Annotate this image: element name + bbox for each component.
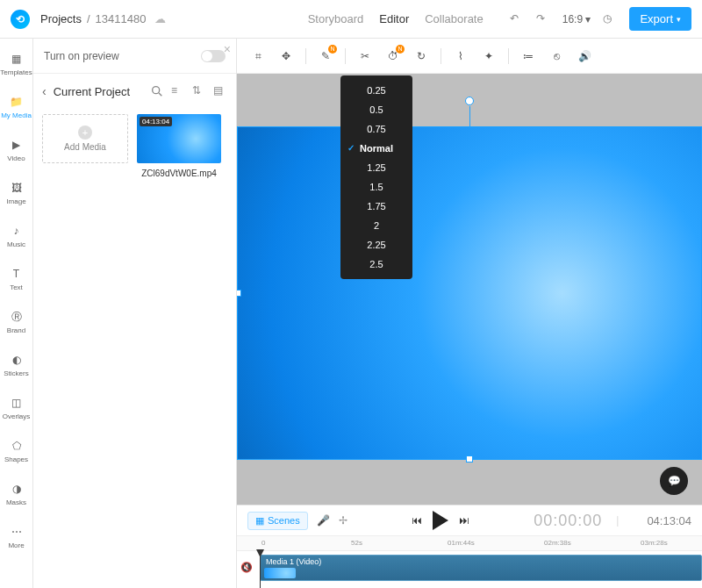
more-icon: ⋯ <box>9 524 25 540</box>
timeline-ruler[interactable]: 0 52s 01m:44s 02m:38s 03m:28s <box>237 535 702 551</box>
current-time: 00:00:00 <box>534 511 602 530</box>
rail-overlays[interactable]: ◫Overlays <box>0 391 32 424</box>
rail-image[interactable]: 🖼Image <box>0 176 32 209</box>
music-icon: ♪ <box>9 223 25 239</box>
prev-frame-icon[interactable]: ⏮ <box>412 514 422 527</box>
crop-icon[interactable]: ⌗ <box>246 44 270 68</box>
panel-title: Current Project <box>54 85 143 98</box>
selected-clip[interactable] <box>237 126 702 460</box>
aspect-ratio-selector[interactable]: 16:9 ▾ <box>562 13 591 25</box>
track-clip-thumb <box>264 568 296 578</box>
speed-option[interactable]: 0.5 <box>340 100 412 119</box>
rail-stickers[interactable]: ◐Stickers <box>0 348 32 381</box>
thumbnail-image: 04:13:04 <box>137 114 221 163</box>
move-icon[interactable]: ✥ <box>274 44 298 68</box>
adjust-icon[interactable]: ✎ <box>313 44 338 68</box>
rail-masks[interactable]: ◑Masks <box>0 477 32 510</box>
volume-icon[interactable]: 🔊 <box>572 44 597 68</box>
rail-more[interactable]: ⋯More <box>0 520 32 553</box>
tab-storyboard[interactable]: Storyboard <box>308 12 364 25</box>
rail-brand[interactable]: ⓇBrand <box>0 305 32 338</box>
speed-option[interactable]: 1.25 <box>340 158 412 177</box>
add-media-button[interactable]: + Add Media <box>42 114 128 163</box>
rail-text[interactable]: TText <box>0 262 32 295</box>
rail-my-media[interactable]: 📁My Media <box>0 90 32 123</box>
tab-collaborate[interactable]: Collaborate <box>425 12 484 25</box>
video-icon: ▶ <box>9 137 25 153</box>
speed-option[interactable]: 0.25 <box>340 81 412 100</box>
align-icon[interactable]: ≔ <box>516 44 541 68</box>
playhead[interactable] <box>260 551 261 588</box>
shapes-icon: ⬠ <box>9 438 25 454</box>
back-icon[interactable]: ‹ <box>42 84 47 98</box>
mic-icon[interactable]: 🎤 <box>317 514 330 527</box>
search-icon[interactable] <box>150 84 164 98</box>
speed-option[interactable]: 2.5 <box>340 255 412 274</box>
app-logo[interactable]: ⟲ <box>11 10 30 29</box>
speed-option[interactable]: 2 <box>340 216 412 235</box>
rail-video[interactable]: ▶Video <box>0 133 32 166</box>
image-icon: 🖼 <box>9 180 25 196</box>
folder-icon: 📁 <box>9 94 25 110</box>
speed-option[interactable]: 1.75 <box>340 197 412 216</box>
rotate-icon[interactable]: ↻ <box>409 44 433 68</box>
rail-shapes[interactable]: ⬠Shapes <box>0 434 32 467</box>
editor-toolbar: ⌗ ✥ ✎ ✂ ⏱ ↻ ⌇ ✦ ≔ ⎋ 🔊 <box>237 39 702 74</box>
breadcrumb: Projects / 13411480 ☁ <box>40 12 166 25</box>
magic-icon[interactable]: ✦ <box>476 44 501 68</box>
resize-handle-s[interactable] <box>466 455 473 463</box>
play-button[interactable] <box>433 511 448 530</box>
filter-timeline-icon[interactable]: ✢ <box>339 514 347 527</box>
sort-icon[interactable]: ⇅ <box>192 84 206 98</box>
svg-line-1 <box>159 93 161 96</box>
history-icon[interactable]: ◷ <box>603 12 617 26</box>
track-mute-icon[interactable]: 🔇 <box>240 562 253 573</box>
cut-icon[interactable]: ✂ <box>353 44 377 68</box>
preview-toggle[interactable] <box>201 50 226 62</box>
speed-option[interactable]: 0.75 <box>340 119 412 139</box>
masks-icon: ◑ <box>9 481 25 497</box>
speed-dropdown: 0.25 0.5 0.75 Normal 1.25 1.5 1.75 2 2.2… <box>340 75 412 279</box>
project-id[interactable]: 13411480 <box>96 12 147 25</box>
speed-option[interactable]: 2.25 <box>340 235 412 255</box>
overlays-icon: ◫ <box>9 395 25 411</box>
breadcrumb-root[interactable]: Projects <box>40 12 82 25</box>
resize-handle-w[interactable] <box>237 290 241 297</box>
cloud-sync-icon[interactable]: ☁ <box>154 12 166 25</box>
stickers-icon: ◐ <box>9 352 25 368</box>
thumbnail-filename: ZCl69dVtW0E.mp4 <box>137 169 221 178</box>
next-frame-icon[interactable]: ⏭ <box>459 514 469 527</box>
scenes-button[interactable]: ▦ Scenes <box>247 512 308 530</box>
video-track[interactable]: Media 1 (Video) <box>260 555 702 581</box>
preview-toggle-label: Turn on preview <box>44 50 119 62</box>
plus-icon: + <box>78 125 92 140</box>
total-duration: 04:13:04 <box>647 514 691 527</box>
redo-icon[interactable]: ↷ <box>536 12 550 26</box>
brand-icon: Ⓡ <box>9 309 25 325</box>
split-icon[interactable]: ⌇ <box>448 44 473 68</box>
undo-icon[interactable]: ↶ <box>510 12 524 26</box>
text-icon: T <box>9 266 25 282</box>
rotate-handle[interactable] <box>465 97 474 105</box>
rail-templates[interactable]: ▦Templates <box>0 47 32 80</box>
speed-option[interactable]: 1.5 <box>340 177 412 197</box>
media-thumbnail[interactable]: 04:13:04 ZCl69dVtW0E.mp4 <box>137 114 221 178</box>
speed-icon[interactable]: ⏱ <box>381 44 405 68</box>
export-button[interactable]: Export ▾ <box>629 7 691 31</box>
track-label: Media 1 (Video) <box>266 557 321 566</box>
speed-option-selected[interactable]: Normal <box>340 139 412 158</box>
thumbnail-duration: 04:13:04 <box>140 117 172 126</box>
rail-music[interactable]: ♪Music <box>0 219 32 252</box>
help-chat-icon[interactable]: 💬 <box>660 467 688 495</box>
canvas-area[interactable]: 0.25 0.5 0.75 Normal 1.25 1.5 1.75 2 2.2… <box>237 74 702 505</box>
link-icon[interactable]: ⎋ <box>544 44 569 68</box>
tab-editor[interactable]: Editor <box>379 12 409 25</box>
templates-icon: ▦ <box>9 51 25 67</box>
filter-icon[interactable]: ≡ <box>171 84 185 98</box>
layout-icon[interactable]: ▤ <box>213 84 227 98</box>
svg-point-0 <box>153 87 160 94</box>
